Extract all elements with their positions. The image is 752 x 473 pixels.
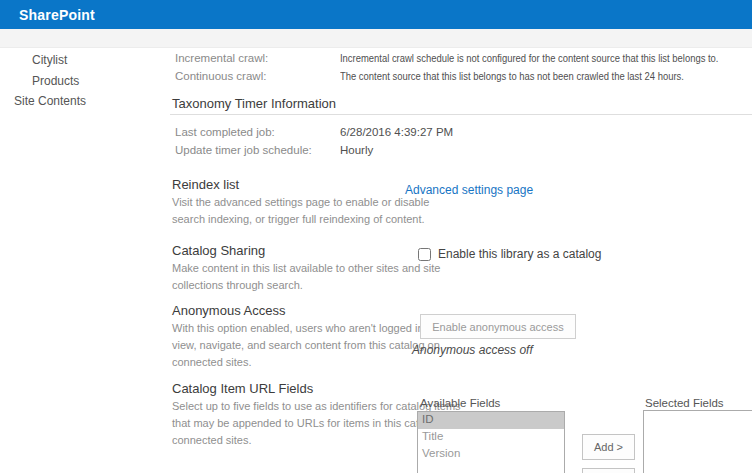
enable-anonymous-access-button[interactable]: Enable anonymous access xyxy=(420,314,576,339)
advanced-settings-page-link[interactable]: Advanced settings page xyxy=(405,183,533,197)
last-completed-job-value: 6/28/2016 4:39:27 PM xyxy=(340,126,453,138)
add-field-button[interactable]: Add > xyxy=(582,434,635,460)
taxonomy-divider xyxy=(170,114,752,115)
update-timer-schedule-label: Update timer job schedule: xyxy=(175,144,312,156)
available-field-option[interactable]: ID xyxy=(418,412,564,429)
selected-fields-label: Selected Fields xyxy=(645,397,724,409)
available-field-option[interactable]: Title xyxy=(418,429,564,446)
enable-catalog-label: Enable this library as a catalog xyxy=(438,247,601,261)
catalog-sharing-heading: Catalog Sharing xyxy=(172,243,265,258)
remove-field-button-partial[interactable] xyxy=(582,468,635,473)
sidebar-item-products[interactable]: Products xyxy=(32,74,79,88)
anonymous-access-description: With this option enabled, users who aren… xyxy=(172,320,452,371)
catalog-url-fields-heading: Catalog Item URL Fields xyxy=(172,381,313,396)
catalog-sharing-description: Make content in this list available to o… xyxy=(172,260,452,294)
update-timer-schedule-value: Hourly xyxy=(340,144,373,156)
sharepoint-brand[interactable]: SharePoint xyxy=(19,7,95,23)
reindex-list-description: Visit the advanced settings page to enab… xyxy=(172,194,452,228)
incremental-crawl-label: Incremental crawl: xyxy=(175,52,268,64)
incremental-crawl-value: Incremental crawl schedule is not config… xyxy=(340,52,718,64)
reindex-list-heading: Reindex list xyxy=(172,177,239,192)
sidebar-item-citylist[interactable]: Citylist xyxy=(32,53,67,67)
anonymous-access-heading: Anonymous Access xyxy=(172,303,285,318)
anonymous-access-status: Anonymous access off xyxy=(412,343,533,357)
continuous-crawl-label: Continuous crawl: xyxy=(175,70,266,82)
available-field-option[interactable]: Version xyxy=(418,446,564,463)
available-fields-listbox[interactable]: ID Title Version xyxy=(417,411,565,473)
sidebar-item-site-contents[interactable]: Site Contents xyxy=(14,94,86,108)
last-completed-job-label: Last completed job: xyxy=(175,126,275,138)
suite-bar: SharePoint xyxy=(0,0,752,29)
sharepoint-list-settings-page: SharePoint Citylist Products Site Conten… xyxy=(0,0,752,473)
continuous-crawl-value: The content source that this list belong… xyxy=(340,70,684,82)
enable-catalog-checkbox[interactable] xyxy=(418,248,431,261)
enable-catalog-row: Enable this library as a catalog xyxy=(418,247,601,261)
taxonomy-timer-heading: Taxonomy Timer Information xyxy=(172,96,336,111)
selected-fields-listbox[interactable] xyxy=(643,410,752,473)
ribbon-band xyxy=(0,29,752,48)
available-fields-label: Available Fields xyxy=(420,397,500,409)
